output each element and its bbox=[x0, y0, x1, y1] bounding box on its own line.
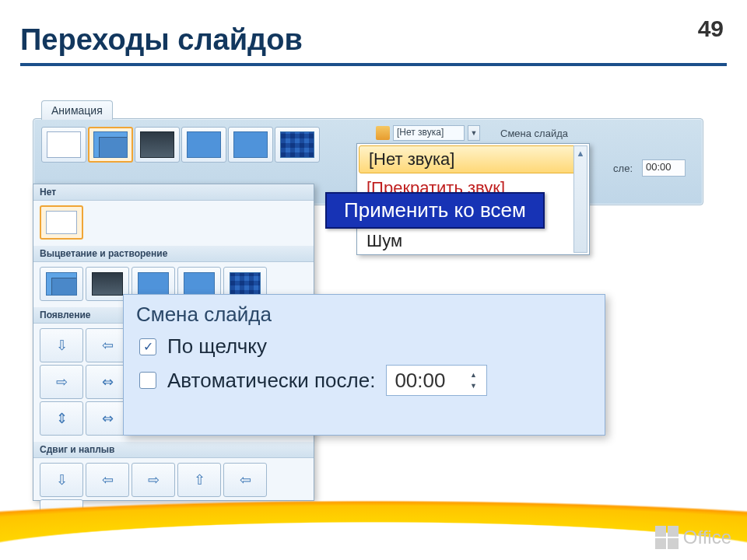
title-rule bbox=[20, 63, 727, 66]
transition-cut[interactable] bbox=[181, 127, 226, 163]
office-logo-text: Office bbox=[683, 527, 731, 548]
apply-to-all-callout: Применить ко всем bbox=[325, 192, 545, 229]
on-click-label: По щелчку bbox=[167, 334, 267, 359]
sound-option-noise[interactable]: Шум bbox=[357, 228, 589, 254]
gallery-none[interactable] bbox=[40, 205, 83, 240]
auto-after-label: Автоматически после: bbox=[167, 369, 375, 393]
spin-up-icon[interactable]: ▲ bbox=[468, 370, 479, 380]
slide-title: Переходы слайдов bbox=[20, 23, 727, 57]
sound-option-none[interactable]: [Нет звука] bbox=[359, 145, 587, 173]
gallery-appear-1[interactable]: ⇩ bbox=[40, 328, 83, 362]
transition-dissolve[interactable] bbox=[228, 127, 273, 163]
advance-title: Смена слайда bbox=[124, 295, 605, 331]
advance-slide-panel: Смена слайда ✓ По щелчку Автоматически п… bbox=[123, 294, 605, 436]
sound-selector[interactable]: [Нет звука] bbox=[393, 125, 465, 141]
after-label-short: сле: bbox=[613, 163, 633, 174]
auto-after-time-value: 00:00 bbox=[395, 369, 445, 393]
auto-after-checkbox[interactable] bbox=[139, 372, 156, 389]
transition-none[interactable] bbox=[41, 127, 86, 163]
auto-after-time-input[interactable]: 00:00 ▲ ▼ bbox=[386, 365, 487, 396]
transition-gallery-strip bbox=[41, 127, 320, 163]
gallery-fade-1[interactable] bbox=[40, 267, 83, 301]
category-fade: Выцветание и растворение bbox=[33, 246, 314, 262]
category-push: Сдвиг и наплыв bbox=[33, 442, 314, 458]
sound-dropdown-button[interactable]: ▼ bbox=[468, 125, 480, 141]
gallery-appear-6[interactable]: ⇨ bbox=[40, 365, 83, 399]
group-label: Смена слайда bbox=[500, 128, 568, 139]
tab-animation[interactable]: Анимация bbox=[41, 100, 113, 120]
sound-list-scrollbar[interactable]: ▲ bbox=[573, 145, 587, 253]
category-none: Нет bbox=[33, 184, 314, 201]
gallery-appear-11[interactable]: ⇕ bbox=[40, 401, 83, 436]
sound-icon bbox=[376, 126, 390, 140]
after-time-input[interactable]: 00:00 bbox=[642, 159, 686, 177]
transition-fade-thru-black[interactable] bbox=[135, 127, 180, 163]
scroll-up-icon[interactable]: ▲ bbox=[574, 146, 587, 160]
background-swoosh bbox=[0, 467, 747, 560]
spin-down-icon[interactable]: ▼ bbox=[468, 381, 479, 390]
office-logo-icon bbox=[655, 526, 679, 549]
transition-fade-selected[interactable] bbox=[88, 127, 133, 163]
office-logo: Office bbox=[655, 526, 731, 549]
on-click-checkbox[interactable]: ✓ bbox=[139, 338, 156, 355]
transition-checker[interactable] bbox=[275, 127, 320, 163]
